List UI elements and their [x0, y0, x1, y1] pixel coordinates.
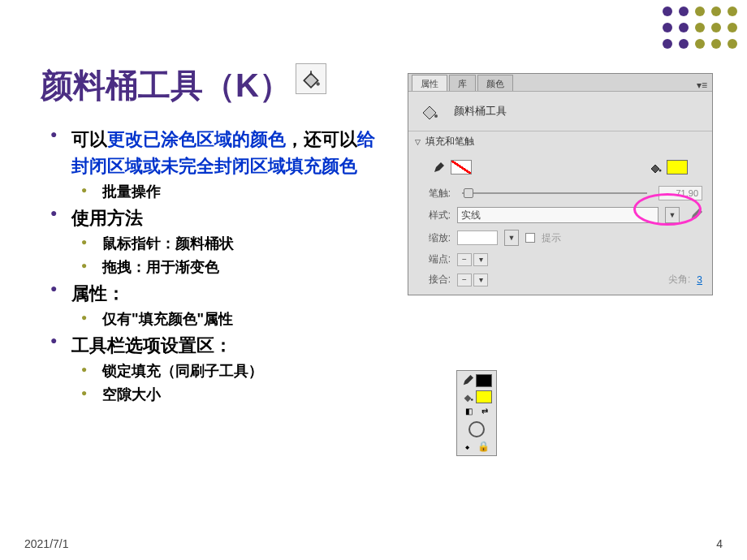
- cap-option[interactable]: −: [457, 253, 472, 266]
- no-color-icon[interactable]: [468, 421, 485, 437]
- color-toolbar: ◧⇄ ⬥🔒: [456, 370, 497, 456]
- panel-header: 颜料桶工具: [408, 92, 712, 131]
- style-select[interactable]: 实线: [457, 207, 658, 223]
- join-label: 接合:: [418, 273, 451, 286]
- stroke-color-swatch[interactable]: [451, 160, 472, 174]
- svg-point-3: [470, 398, 473, 401]
- hint-label: 提示: [542, 231, 561, 245]
- bullet-4-sub-1: 锁定填充（同刷子工具）: [81, 360, 391, 382]
- pencil-icon: [462, 375, 473, 386]
- style-dropdown-icon[interactable]: ▼: [665, 207, 680, 223]
- paint-bucket-icon: [649, 161, 662, 174]
- row-stroke-fill-swatches: [408, 152, 712, 183]
- cap-label: 端点:: [418, 252, 451, 266]
- fill-swatch[interactable]: [476, 390, 492, 403]
- miter-value[interactable]: 3: [697, 274, 702, 286]
- svg-point-2: [659, 170, 662, 172]
- pencil-icon: [433, 161, 446, 174]
- panel-tabs: 属性 库 颜色 ▾≡: [408, 74, 712, 92]
- join-option[interactable]: −: [457, 274, 472, 286]
- stroke-label: 笔触:: [418, 187, 451, 200]
- tab-color[interactable]: 颜色: [477, 75, 513, 91]
- section-fill-stroke[interactable]: ▽ 填充和笔触: [408, 131, 712, 152]
- slide-title: 颜料桶工具（K）: [41, 63, 291, 108]
- tab-library[interactable]: 库: [449, 75, 476, 91]
- svg-point-0: [317, 82, 320, 85]
- panel-menu-icon[interactable]: ▾≡: [697, 80, 707, 91]
- bullet-3: 属性：: [50, 280, 391, 307]
- stroke-value-input[interactable]: [658, 186, 702, 200]
- row-style: 样式: 实线 ▼: [408, 204, 712, 226]
- stroke-swatch[interactable]: [476, 374, 492, 387]
- stroke-color-row: [462, 374, 492, 387]
- cap-dropdown[interactable]: ▾: [473, 253, 488, 266]
- paint-bucket-icon: [462, 391, 473, 403]
- bullet-2-sub-2: 拖拽：用于渐变色: [81, 256, 391, 278]
- row-stroke-width: 笔触:: [408, 183, 712, 204]
- fill-color-swatch[interactable]: [667, 160, 688, 174]
- decorative-dots: [663, 6, 737, 49]
- footer-date: 2021/7/1: [24, 537, 69, 550]
- bullet-1: 可以更改已涂色区域的颜色，还可以给封闭区域或未完全封闭区域填充颜色: [50, 126, 391, 179]
- toolbar-options[interactable]: ⬥🔒: [460, 441, 493, 452]
- properties-panel: 属性 库 颜色 ▾≡ 颜料桶工具 ▽ 填充和笔触 笔触: 样式: 实线 ▼: [408, 73, 713, 295]
- fill-color-row: [462, 390, 492, 403]
- tab-properties[interactable]: 属性: [412, 75, 447, 91]
- style-label: 样式:: [418, 209, 451, 222]
- bullet-3-sub-1: 仅有"填充颜色"属性: [81, 308, 391, 330]
- paint-bucket-icon: [296, 63, 326, 94]
- twisty-icon: ▽: [415, 138, 421, 146]
- bullet-2: 使用方法: [50, 205, 391, 231]
- row-cap: 端点: − ▾: [408, 249, 712, 269]
- bullet-1-sub-1: 批量操作: [81, 181, 391, 203]
- svg-point-1: [434, 114, 438, 118]
- miter-label: 尖角:: [668, 273, 690, 286]
- row-join: 接合: − ▾ 尖角: 3: [408, 269, 712, 295]
- join-dropdown[interactable]: ▾: [473, 274, 488, 286]
- content-list: 可以更改已涂色区域的颜色，还可以给封闭区域或未完全封闭区域填充颜色 批量操作 使…: [50, 126, 391, 407]
- stroke-slider[interactable]: [462, 192, 647, 194]
- bullet-4: 工具栏选项设置区：: [50, 332, 391, 359]
- row-scale: 缩放: ▼ 提示: [408, 226, 712, 249]
- panel-header-title: 颜料桶工具: [454, 104, 507, 118]
- edit-style-icon[interactable]: [689, 209, 702, 222]
- scale-label: 缩放:: [418, 231, 451, 245]
- bullet-2-sub-1: 鼠标指针：颜料桶状: [81, 233, 391, 255]
- hint-checkbox[interactable]: [525, 233, 535, 243]
- paint-bucket-icon: [418, 100, 441, 123]
- swap-colors[interactable]: ◧⇄: [460, 407, 493, 418]
- footer-page-number: 4: [716, 537, 723, 550]
- bullet-4-sub-2: 空隙大小: [81, 384, 391, 406]
- scale-dropdown-icon[interactable]: ▼: [504, 230, 519, 246]
- scale-input[interactable]: [457, 230, 498, 245]
